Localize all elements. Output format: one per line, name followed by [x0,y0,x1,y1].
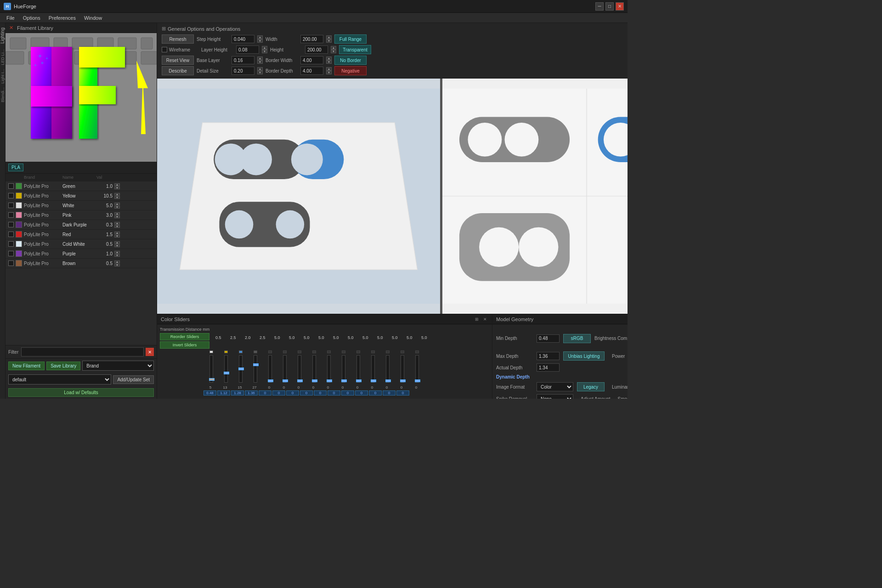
slider-track-12[interactable] [386,355,390,383]
slider-track-5[interactable] [283,355,287,383]
slider-thumb-0[interactable] [209,378,215,381]
spinner-down[interactable]: ▼ [114,225,120,228]
filament-item[interactable]: PolyLite Pro Dark Purple 0.3 ▲ ▼ [6,220,157,230]
slider-track-4[interactable] [268,355,272,383]
spinner-down[interactable]: ▼ [114,187,120,189]
slider-track-8[interactable] [327,355,331,383]
slider-col-10[interactable] [351,351,365,384]
slider-track-1[interactable] [224,355,228,383]
border-width-spinner[interactable]: ▲ ▼ [326,57,332,64]
spinner-down[interactable]: ▼ [114,215,120,218]
slider-col-6[interactable] [293,351,306,384]
filament-item[interactable]: PolyLite Pro Cold White 0.5 ▲ ▼ [6,239,157,249]
filament-checkbox[interactable] [8,203,14,208]
srgb-button[interactable]: sRGB [563,334,591,343]
slider-col-13[interactable] [396,351,409,384]
filament-checkbox[interactable] [8,232,14,237]
filament-checkbox[interactable] [8,222,14,227]
filament-checkbox[interactable] [8,193,14,198]
spinner-down[interactable]: ▼ [114,206,120,209]
pla-tab[interactable]: PLA [8,164,23,171]
slider-col-2[interactable] [234,351,248,384]
filament-item[interactable]: PolyLite Pro Pink 3.0 ▲ ▼ [6,210,157,220]
remesh-button[interactable]: Remesh [162,34,194,44]
spinner-down[interactable]: ▼ [114,196,120,199]
slider-thumb-10[interactable] [356,379,362,382]
slider-thumb-9[interactable] [341,379,347,382]
filament-checkbox[interactable] [8,212,14,218]
spinner-up[interactable]: ▲ [114,183,120,186]
menu-window[interactable]: Window [80,14,106,22]
filament-item[interactable]: PolyLite Pro Red 1.5 ▲ ▼ [6,230,157,239]
value-spinner[interactable]: ▲ ▼ [114,212,121,218]
slider-col-0[interactable] [204,351,218,384]
filament-item[interactable]: PolyLite Pro White 5.0 ▲ ▼ [6,201,157,210]
border-depth-value[interactable] [300,67,323,75]
unbias-lighting-button[interactable]: Unbias Lighting [563,351,605,361]
slider-col-3[interactable] [249,351,262,384]
slider-thumb-8[interactable] [327,379,332,382]
slider-thumb-1[interactable] [224,372,229,374]
value-spinner[interactable]: ▲ ▼ [114,251,121,257]
slider-track-14[interactable] [415,355,419,383]
value-spinner[interactable]: ▲ ▼ [114,193,121,199]
slider-thumb-6[interactable] [297,379,303,382]
spinner-up[interactable]: ▲ [114,260,120,263]
width-value[interactable] [300,35,323,43]
wireframe-checkbox[interactable] [162,47,167,52]
load-defaults-button[interactable]: Load w/ Defaults [8,388,154,397]
value-spinner[interactable]: ▲ ▼ [114,241,121,247]
save-library-button[interactable]: Save Library [46,362,80,370]
value-spinner[interactable]: ▲ ▼ [114,203,121,209]
width-spinner[interactable]: ▲ ▼ [326,35,332,43]
spinner-up[interactable]: ▲ [114,193,120,196]
height-spinner[interactable]: ▲ ▼ [331,46,336,53]
image-format-dropdown[interactable]: Color [537,382,573,391]
base-layer-value[interactable] [232,56,254,64]
slider-col-11[interactable] [366,351,380,384]
transparent-button[interactable]: Transparent [339,45,371,54]
right-viewport[interactable] [442,79,628,314]
slider-track-2[interactable] [239,355,243,383]
slider-thumb-12[interactable] [385,379,391,382]
filament-item[interactable]: PolyLite Pro Yellow 10.5 ▲ ▼ [6,191,157,201]
color-sliders-pin-icon[interactable]: ⊞ [474,316,480,322]
detail-size-spinner[interactable]: ▲ ▼ [257,67,263,74]
slider-thumb-5[interactable] [283,379,288,382]
value-spinner[interactable]: ▲ ▼ [114,183,121,189]
slider-col-14[interactable] [410,351,424,384]
close-x-icon[interactable]: ✕ [9,25,13,31]
set-dropdown[interactable]: default [8,374,111,384]
filter-clear-button[interactable]: ✕ [146,348,154,356]
spinner-down[interactable]: ▼ [114,235,120,237]
slider-track-6[interactable] [298,355,301,383]
step-height-value[interactable] [232,35,254,43]
slider-thumb-11[interactable] [371,379,376,382]
base-layer-spinner[interactable]: ▲ ▼ [257,57,263,64]
layer-height-spinner[interactable]: ▲ ▼ [262,46,267,53]
spinner-up[interactable]: ▲ [114,222,120,225]
window-controls[interactable]: ─ □ ✕ [595,2,624,11]
spinner-down[interactable]: ▼ [114,244,120,247]
color-sliders-close-icon[interactable]: ✕ [482,316,488,322]
reorder-sliders-button[interactable]: Reorder Sliders [160,333,209,340]
value-spinner[interactable]: ▲ ▼ [114,260,121,266]
invert-sliders-button[interactable]: Invert Sliders [160,341,209,349]
value-spinner[interactable]: ▲ ▼ [114,232,121,237]
filament-checkbox[interactable] [8,251,14,256]
slider-track-3[interactable] [254,355,257,383]
brand-dropdown[interactable]: Brand [82,361,154,371]
slider-track-11[interactable] [371,355,375,383]
slider-thumb-13[interactable] [400,379,406,382]
border-depth-spinner[interactable]: ▲ ▼ [326,67,332,74]
add-update-set-button[interactable]: Add/Update Set [113,375,154,384]
slider-thumb-2[interactable] [238,368,244,370]
reset-view-button[interactable]: Reset View [162,56,194,65]
step-height-spinner[interactable]: ▲ ▼ [257,35,263,43]
spinner-up[interactable]: ▲ [114,232,120,234]
minimize-button[interactable]: ─ [595,2,604,11]
slider-col-4[interactable] [263,351,277,384]
slider-col-1[interactable] [219,351,233,384]
full-range-button[interactable]: Full Range [334,34,367,44]
slider-col-7[interactable] [307,351,321,384]
